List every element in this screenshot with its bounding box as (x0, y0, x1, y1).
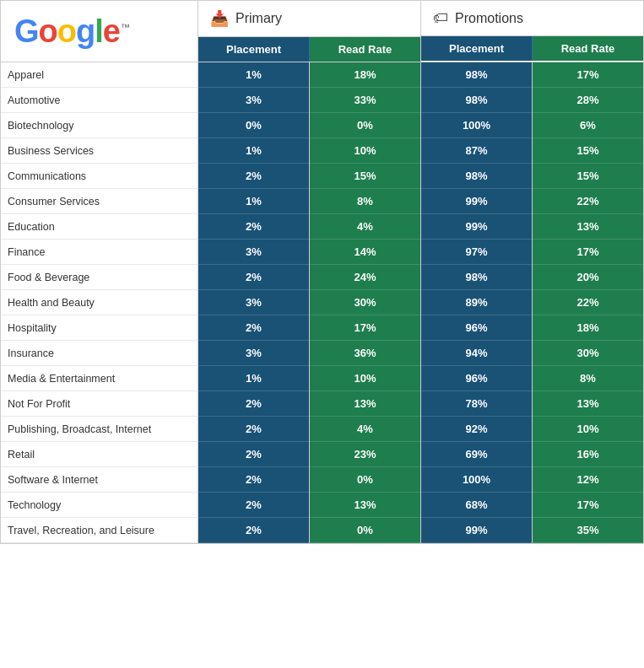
logo-letter-g2: g (76, 13, 95, 49)
logo-cell: Google™ (1, 1, 198, 62)
promotions-placement-cell: 89% (421, 290, 532, 315)
industry-cell: Education (1, 214, 198, 240)
primary-readrate-cell: 33% (310, 88, 420, 113)
promotions-readrate-cell: 17% (533, 240, 643, 265)
promotions-col-headers: Placement Read Rate (421, 36, 643, 61)
primary-placement-cell: 1% (198, 138, 309, 164)
primary-header-group: 📥 Primary Placement Read Rate (198, 1, 421, 62)
promotions-readrate-cell: 35% (533, 518, 643, 543)
primary-readrate-cell: 18% (310, 62, 420, 88)
promotions-placement-cell: 99% (421, 214, 532, 240)
primary-readrate-cell: 4% (310, 417, 420, 442)
primary-readrate-cell: 13% (310, 391, 420, 417)
primary-placement-cell: 2% (198, 164, 309, 189)
promotions-readrate-cell: 8% (533, 366, 643, 391)
primary-col-headers: Placement Read Rate (198, 37, 420, 62)
primary-placement-cell: 2% (198, 493, 309, 518)
promotions-placement-cell: 69% (421, 442, 532, 467)
primary-readrate-col: 18%33%0%10%15%8%4%14%24%30%17%36%10%13%4… (310, 62, 421, 543)
promotions-placement-cell: 99% (421, 518, 532, 543)
industry-cell: Software & Internet (1, 467, 198, 493)
primary-readrate-cell: 17% (310, 315, 420, 341)
logo-letter-o1: o (39, 13, 57, 49)
promotions-placement-cell: 68% (421, 493, 532, 518)
promotions-readrate-cell: 15% (533, 138, 643, 164)
logo-trademark: ™ (121, 22, 129, 32)
primary-readrate-cell: 0% (310, 518, 420, 543)
promotions-readrate-cell: 30% (533, 341, 643, 366)
data-columns: 1%3%0%1%2%1%2%3%2%3%2%3%1%2%2%2%2%2%2% 1… (198, 62, 643, 543)
promotions-placement-cell: 98% (421, 88, 532, 113)
header-groups: 📥 Primary Placement Read Rate 🏷 Promotio… (198, 1, 643, 62)
primary-placement-cell: 2% (198, 214, 309, 240)
industry-cell: Apparel (1, 62, 198, 88)
promotions-placement-cell: 97% (421, 240, 532, 265)
primary-label: Primary (235, 11, 282, 26)
promotions-placement-cell: 98% (421, 62, 532, 88)
promotions-label: Promotions (455, 11, 523, 26)
primary-placement-cell: 3% (198, 88, 309, 113)
logo-letter-o2: o (57, 13, 76, 49)
primary-placement-cell: 3% (198, 290, 309, 315)
primary-placement-header: Placement (198, 37, 310, 62)
primary-readrate-cell: 30% (310, 290, 420, 315)
primary-readrate-cell: 0% (310, 113, 420, 138)
primary-inbox-icon: 📥 (210, 9, 229, 28)
primary-readrate-cell: 10% (310, 138, 420, 164)
industry-cell: Automotive (1, 88, 198, 113)
primary-placement-cell: 2% (198, 467, 309, 493)
promotions-readrate-col: 17%28%6%15%15%22%13%17%20%22%18%30%8%13%… (533, 62, 643, 543)
logo-letter-e: e (103, 13, 120, 49)
industry-cell: Consumer Services (1, 189, 198, 214)
industry-cell: Communications (1, 164, 198, 189)
primary-placement-cell: 3% (198, 341, 309, 366)
industry-cell: Finance (1, 240, 198, 265)
promotions-readrate-cell: 13% (533, 391, 643, 417)
promotions-placement-cell: 78% (421, 391, 532, 417)
promotions-readrate-cell: 20% (533, 265, 643, 290)
primary-readrate-cell: 8% (310, 189, 420, 214)
primary-placement-cell: 2% (198, 315, 309, 341)
primary-readrate-header: Read Rate (310, 37, 420, 62)
promotions-placement-cell: 96% (421, 366, 532, 391)
promotions-placement-cell: 98% (421, 265, 532, 290)
promotions-readrate-header: Read Rate (533, 36, 643, 61)
promotions-placement-cell: 100% (421, 467, 532, 493)
promotions-placement-cell: 92% (421, 417, 532, 442)
promotions-placement-header: Placement (421, 36, 533, 61)
primary-readrate-cell: 36% (310, 341, 420, 366)
promotions-readrate-cell: 22% (533, 189, 643, 214)
primary-readrate-cell: 0% (310, 467, 420, 493)
primary-readrate-cell: 15% (310, 164, 420, 189)
primary-placement-cell: 1% (198, 366, 309, 391)
primary-readrate-cell: 4% (310, 214, 420, 240)
promotions-placement-cell: 87% (421, 138, 532, 164)
promotions-placement-col: 98%98%100%87%98%99%99%97%98%89%96%94%96%… (421, 62, 533, 543)
promotions-readrate-cell: 18% (533, 315, 643, 341)
industry-cell: Publishing, Broadcast, Internet (1, 417, 198, 442)
promotions-readrate-cell: 17% (533, 62, 643, 88)
primary-group-title: 📥 Primary (198, 1, 420, 37)
promotions-placement-cell: 98% (421, 164, 532, 189)
main-container: Google™ 📥 Primary Placement Read Rate 🏷 … (0, 0, 644, 544)
industry-cell: Biotechnology (1, 113, 198, 138)
primary-placement-cell: 3% (198, 240, 309, 265)
promotions-placement-cell: 99% (421, 189, 532, 214)
header-section: Google™ 📥 Primary Placement Read Rate 🏷 … (1, 1, 643, 62)
promotions-header-group: 🏷 Promotions Placement Read Rate (421, 1, 643, 62)
primary-placement-cell: 2% (198, 265, 309, 290)
promotions-placement-cell: 100% (421, 113, 532, 138)
logo-letter-g: G (14, 13, 39, 49)
industry-cell: Business Services (1, 138, 198, 164)
primary-readrate-cell: 14% (310, 240, 420, 265)
promotions-group-title: 🏷 Promotions (421, 1, 643, 36)
primary-readrate-cell: 24% (310, 265, 420, 290)
industry-cell: Insurance (1, 341, 198, 366)
promotions-tag-icon: 🏷 (433, 9, 448, 27)
promotions-readrate-cell: 16% (533, 442, 643, 467)
promotions-readrate-cell: 17% (533, 493, 643, 518)
primary-placement-cell: 2% (198, 518, 309, 543)
industry-cell: Retail (1, 442, 198, 467)
primary-placement-cell: 2% (198, 417, 309, 442)
primary-placement-col: 1%3%0%1%2%1%2%3%2%3%2%3%1%2%2%2%2%2%2% (198, 62, 310, 543)
